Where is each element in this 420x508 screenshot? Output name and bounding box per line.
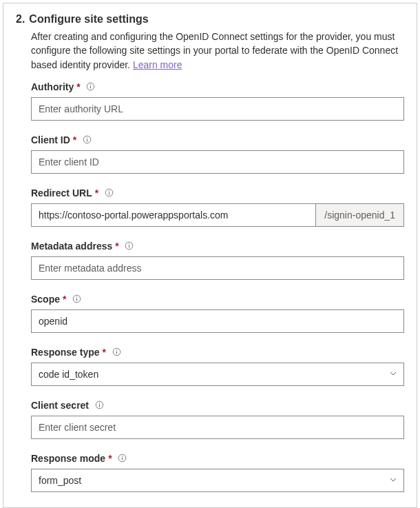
client-id-input[interactable] xyxy=(31,150,404,174)
step-header: 2. Configure site settings xyxy=(16,13,404,26)
redirect-url-input[interactable] xyxy=(31,203,315,227)
authority-label-row: Authority * xyxy=(31,81,404,92)
response-mode-label-row: Response mode * xyxy=(31,453,404,464)
scope-field: Scope * xyxy=(31,294,404,333)
info-icon[interactable] xyxy=(94,400,104,410)
fields-container: Authority * Client ID * Redirect URL xyxy=(31,81,404,492)
redirect-url-label: Redirect URL xyxy=(31,187,92,199)
client-id-label-row: Client ID * xyxy=(31,134,404,145)
required-indicator: * xyxy=(76,81,80,92)
metadata-address-input[interactable] xyxy=(31,256,404,280)
info-icon[interactable] xyxy=(82,135,92,145)
step-description-text: After creating and configuring the OpenI… xyxy=(31,31,398,70)
svg-point-14 xyxy=(76,297,77,298)
info-icon[interactable] xyxy=(125,241,134,251)
required-indicator: * xyxy=(95,187,98,199)
svg-point-23 xyxy=(122,456,123,457)
step-title: Configure site settings xyxy=(29,13,148,26)
scope-label: Scope xyxy=(31,294,60,305)
response-type-label-row: Response type * xyxy=(31,347,404,358)
scope-label-row: Scope * xyxy=(31,294,404,305)
client-secret-label: Client secret xyxy=(31,400,89,411)
authority-field: Authority * xyxy=(31,81,404,121)
client-id-label: Client ID xyxy=(31,134,70,145)
info-icon[interactable] xyxy=(72,294,81,304)
metadata-address-label-row: Metadata address * xyxy=(31,241,404,252)
response-mode-label: Response mode xyxy=(31,453,105,464)
info-icon[interactable] xyxy=(118,454,127,463)
response-type-field: Response type * code id_token xyxy=(31,347,404,386)
configure-site-settings-panel: 2. Configure site settings After creatin… xyxy=(3,3,417,508)
info-icon[interactable] xyxy=(86,82,96,92)
client-secret-input[interactable] xyxy=(31,416,404,439)
svg-point-20 xyxy=(98,403,99,404)
step-description: After creating and configuring the OpenI… xyxy=(31,30,404,72)
response-mode-select[interactable]: form_post xyxy=(31,469,404,492)
required-indicator: * xyxy=(73,134,76,145)
required-indicator: * xyxy=(63,294,66,305)
response-type-select[interactable]: code id_token xyxy=(31,363,404,386)
authority-input[interactable] xyxy=(31,97,404,121)
svg-point-5 xyxy=(87,138,87,139)
response-type-label: Response type xyxy=(31,347,100,358)
info-icon[interactable] xyxy=(104,188,114,198)
svg-point-17 xyxy=(116,350,116,351)
metadata-address-field: Metadata address * xyxy=(31,241,404,280)
authority-label: Authority xyxy=(31,81,74,92)
redirect-url-input-group: /signin-openid_1 xyxy=(31,203,404,227)
redirect-url-label-row: Redirect URL * xyxy=(31,187,404,199)
client-id-field: Client ID * xyxy=(31,134,404,174)
required-indicator: * xyxy=(108,453,112,464)
info-icon[interactable] xyxy=(112,347,121,357)
client-secret-label-row: Client secret xyxy=(31,400,404,411)
scope-input[interactable] xyxy=(31,309,404,333)
learn-more-link[interactable]: Learn more xyxy=(133,59,182,70)
response-type-value: code id_token xyxy=(31,363,404,386)
required-indicator: * xyxy=(103,347,106,358)
response-mode-field: Response mode * form_post xyxy=(31,453,404,492)
step-number: 2. xyxy=(16,13,25,26)
response-mode-value: form_post xyxy=(31,469,404,492)
svg-point-2 xyxy=(90,85,91,85)
redirect-url-suffix: /signin-openid_1 xyxy=(315,203,404,227)
client-secret-field: Client secret xyxy=(31,400,404,439)
svg-point-11 xyxy=(129,244,129,245)
metadata-address-label: Metadata address xyxy=(31,241,112,252)
required-indicator: * xyxy=(115,241,118,252)
svg-point-8 xyxy=(109,191,109,192)
redirect-url-field: Redirect URL * /signin-openid_1 xyxy=(31,187,404,227)
